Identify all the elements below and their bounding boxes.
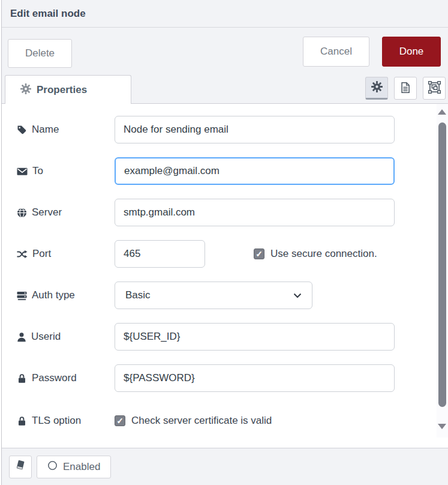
auth-type-select[interactable]: Basic	[115, 282, 312, 309]
circle-icon	[47, 460, 58, 474]
user-icon	[17, 332, 26, 342]
form-scrollbar[interactable]	[437, 104, 448, 438]
tab-properties[interactable]: Properties	[5, 75, 131, 104]
tls-verify-label: Check server certificate is valid	[131, 415, 272, 427]
server-label: Server	[17, 206, 115, 218]
lock-icon	[17, 416, 27, 426]
secure-connection-label: Use secure connection.	[270, 248, 377, 260]
envelope-icon	[17, 166, 28, 176]
delete-button[interactable]: Delete	[8, 39, 72, 68]
tls-verify-checkbox[interactable]: ✓	[115, 415, 125, 426]
tag-icon	[17, 125, 27, 135]
port-label: Port	[17, 248, 115, 260]
authtype-label: Auth type	[17, 289, 115, 301]
properties-form: Name To	[2, 104, 448, 448]
book-icon	[15, 460, 26, 474]
form-row-to: To	[17, 157, 448, 185]
dialog-header: Edit email node	[2, 0, 448, 28]
form-row-port: Port ✓ Use secure connection.	[17, 240, 448, 268]
dialog-title: Edit email node	[10, 8, 86, 20]
chevron-down-icon	[293, 289, 302, 301]
dialog-footer: Enabled	[2, 448, 448, 485]
server-input[interactable]	[115, 199, 395, 226]
scrollbar-up-button[interactable]	[438, 109, 446, 115]
lock-icon	[17, 373, 27, 384]
password-label: Password	[17, 372, 115, 384]
tab-toolbar	[365, 77, 446, 100]
appearance-panel-button[interactable]	[423, 77, 446, 100]
done-button[interactable]: Done	[382, 37, 441, 67]
globe-icon	[17, 208, 27, 218]
edit-email-node-dialog: Edit email node Delete Cancel Done	[1, 0, 448, 485]
form-row-userid: Userid	[17, 323, 448, 351]
dialog-button-bar: Delete Cancel Done	[2, 28, 448, 75]
secure-connection-group: ✓ Use secure connection.	[254, 248, 377, 260]
shuffle-icon	[17, 249, 28, 259]
tab-properties-label: Properties	[37, 84, 87, 96]
tab-bar: Properties	[2, 75, 448, 104]
scrollbar-down-button[interactable]	[438, 424, 446, 429]
cancel-button[interactable]: Cancel	[303, 37, 369, 67]
appearance-icon	[428, 81, 441, 95]
secure-connection-checkbox[interactable]: ✓	[254, 249, 264, 259]
enabled-toggle-button[interactable]: Enabled	[37, 456, 111, 478]
userid-input[interactable]	[115, 323, 395, 351]
to-input[interactable]	[115, 157, 395, 185]
gear-icon	[20, 83, 31, 97]
doc-icon	[399, 82, 411, 95]
form-row-name: Name	[17, 116, 448, 143]
description-panel-button[interactable]	[394, 77, 417, 100]
enabled-label: Enabled	[63, 461, 100, 473]
password-input[interactable]	[115, 364, 395, 392]
scrollbar-thumb[interactable]	[438, 122, 446, 407]
form-row-authtype: Auth type Basic	[17, 282, 448, 309]
name-input[interactable]	[115, 116, 395, 143]
to-label: To	[17, 165, 115, 177]
form-row-password: Password	[17, 364, 448, 392]
userid-label: Userid	[17, 331, 115, 343]
auth-type-value: Basic	[125, 289, 151, 301]
form-row-server: Server	[17, 199, 448, 226]
server-icon	[17, 291, 27, 301]
properties-panel-button[interactable]	[365, 77, 388, 100]
tls-label: TLS option	[17, 415, 115, 427]
port-input[interactable]	[115, 240, 205, 268]
gear-icon	[371, 81, 383, 94]
tls-verify-group: ✓ Check server certificate is valid	[115, 415, 272, 427]
form-row-tls: TLS option ✓ Check server certificate is…	[17, 414, 448, 427]
name-label: Name	[17, 124, 115, 136]
node-help-button[interactable]	[9, 456, 32, 478]
